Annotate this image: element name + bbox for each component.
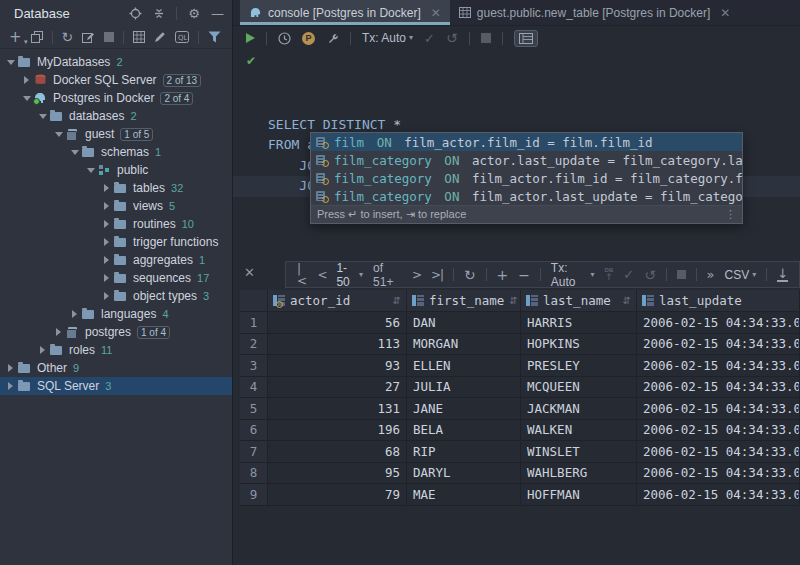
tab-close-icon[interactable]: ✕: [431, 7, 441, 19]
row-number-cell[interactable]: 3: [240, 355, 268, 377]
cell-actor-id[interactable]: 56: [268, 312, 407, 334]
tree-item-sql-server[interactable]: SQL Server3: [0, 377, 232, 395]
settings-gear-icon[interactable]: ⚙: [188, 7, 200, 20]
cell-last-update[interactable]: 2006-02-15 04:34:33.00: [637, 377, 800, 399]
rollback-icon[interactable]: ↺: [644, 268, 656, 282]
tree-expand-arrow[interactable]: [101, 202, 112, 210]
commit-icon[interactable]: ✓: [623, 268, 634, 281]
tree-item-docker-sql-server[interactable]: Docker SQL Server2 of 13: [0, 71, 232, 89]
tree-collapse-arrow[interactable]: [21, 96, 32, 101]
results-tx-dropdown[interactable]: Tx: Auto ▾: [551, 261, 595, 289]
row-number-cell[interactable]: 2: [240, 334, 268, 356]
reload-data-icon[interactable]: ↻: [464, 268, 476, 282]
duplicate-button[interactable]: [31, 31, 43, 43]
commit-icon[interactable]: ✓: [424, 32, 435, 45]
cell-first-name[interactable]: BELA: [407, 420, 521, 442]
tree-item-other[interactable]: Other9: [0, 359, 232, 377]
cell-last-name[interactable]: WALKEN: [521, 420, 637, 442]
tx-mode-dropdown[interactable]: Tx: Auto ▾: [362, 31, 413, 45]
tree-expand-arrow[interactable]: [53, 328, 64, 336]
tree-item-aggregates[interactable]: aggregates1: [0, 251, 232, 269]
cell-last-update[interactable]: 2006-02-15 04:34:33.00: [637, 355, 800, 377]
cell-actor-id[interactable]: 131: [268, 398, 407, 420]
tree-expand-arrow[interactable]: [37, 346, 48, 354]
grid-corner-cell[interactable]: [240, 290, 268, 312]
cell-first-name[interactable]: DARYL: [407, 463, 521, 485]
cell-actor-id[interactable]: 68: [268, 441, 407, 463]
row-number-cell[interactable]: 5: [240, 398, 268, 420]
services-toggle-button[interactable]: [514, 30, 538, 47]
cell-last-name[interactable]: MCQUEEN: [521, 377, 637, 399]
stop-query-icon[interactable]: [481, 33, 491, 43]
filter-button[interactable]: [208, 31, 221, 43]
cell-last-update[interactable]: 2006-02-15 04:34:33.00: [637, 420, 800, 442]
stop-button[interactable]: [104, 32, 114, 42]
tree-collapse-arrow[interactable]: [85, 168, 96, 173]
tree-item-object-types[interactable]: object types3: [0, 287, 232, 305]
tree-collapse-arrow[interactable]: [69, 150, 80, 155]
column-header-last_name[interactable]: last_name⇵: [521, 290, 637, 312]
tree-item-tables[interactable]: tables32: [0, 179, 232, 197]
sort-icon[interactable]: ⇵: [623, 295, 631, 306]
session-badge-icon[interactable]: P: [302, 32, 315, 45]
previous-page-icon[interactable]: <: [317, 269, 326, 281]
tree-item-guest[interactable]: guest1 of 5: [0, 125, 232, 143]
completion-item-4[interactable]: film_category ON film_actor.last_update …: [311, 187, 742, 205]
first-page-icon[interactable]: |<: [297, 263, 307, 287]
cell-actor-id[interactable]: 196: [268, 420, 407, 442]
table-view-button[interactable]: [133, 31, 145, 43]
tree-collapse-arrow[interactable]: [37, 114, 48, 119]
cell-actor-id[interactable]: 27: [268, 377, 407, 399]
cell-last-name[interactable]: WAHLBERG: [521, 463, 637, 485]
locate-icon[interactable]: [129, 7, 142, 20]
cell-actor-id[interactable]: 113: [268, 334, 407, 356]
cell-first-name[interactable]: MORGAN: [407, 334, 521, 356]
cell-first-name[interactable]: ELLEN: [407, 355, 521, 377]
cell-last-update[interactable]: 2006-02-15 04:34:33.00: [637, 398, 800, 420]
cell-last-name[interactable]: PRESLEY: [521, 355, 637, 377]
cell-last-update[interactable]: 2006-02-15 04:34:33.00: [637, 463, 800, 485]
cell-last-name[interactable]: HOFFMAN: [521, 484, 637, 506]
cell-first-name[interactable]: DAN: [407, 312, 521, 334]
column-header-actor_id[interactable]: actor_id⇵: [268, 290, 407, 312]
editor-tab-new-table[interactable]: guest.public.new_table [Postgres in Dock…: [450, 0, 740, 25]
add-data-source-button[interactable]: +▾: [9, 30, 22, 45]
completion-item-3[interactable]: film_category ON film_actor.film_id = fi…: [311, 169, 742, 187]
tree-expand-arrow[interactable]: [101, 184, 112, 192]
cell-last-name[interactable]: HARRIS: [521, 312, 637, 334]
delete-row-icon[interactable]: −: [518, 268, 530, 282]
tree-item-postgres[interactable]: postgres1 of 4: [0, 323, 232, 341]
tree-item-trigger-functions[interactable]: trigger functions: [0, 233, 232, 251]
page-range-dropdown[interactable]: 1-50 ▾: [336, 261, 363, 289]
tree-item-roles[interactable]: roles11: [0, 341, 232, 359]
data-source-properties-button[interactable]: [82, 31, 95, 43]
last-page-icon[interactable]: >|: [431, 269, 443, 281]
tree-item-mydatabases[interactable]: MyDatabases2: [0, 53, 232, 71]
row-number-cell[interactable]: 8: [240, 463, 268, 485]
add-row-icon[interactable]: +: [497, 268, 509, 282]
next-page-icon[interactable]: >: [412, 269, 421, 281]
hide-panel-icon[interactable]: —: [211, 7, 224, 20]
tree-item-databases[interactable]: databases2: [0, 107, 232, 125]
row-number-cell[interactable]: 9: [240, 484, 268, 506]
tree-expand-arrow[interactable]: [101, 220, 112, 228]
tree-item-sequences[interactable]: sequences17: [0, 269, 232, 287]
completion-item-2[interactable]: film_category ON actor.last_update = fil…: [311, 151, 742, 169]
tree-item-languages[interactable]: languages4: [0, 305, 232, 323]
cell-last-update[interactable]: 2006-02-15 04:34:33.00: [637, 484, 800, 506]
tab-close-icon[interactable]: ✕: [720, 7, 730, 19]
tree-expand-arrow[interactable]: [101, 256, 112, 264]
sort-icon[interactable]: ⇵: [509, 295, 517, 306]
column-header-last_update[interactable]: last_update: [637, 290, 800, 312]
console-button[interactable]: QL: [175, 31, 189, 43]
run-button[interactable]: [246, 33, 255, 43]
more-actions-icon[interactable]: »: [707, 268, 715, 281]
cell-actor-id[interactable]: 93: [268, 355, 407, 377]
tree-collapse-arrow[interactable]: [53, 132, 64, 137]
cell-last-update[interactable]: 2006-02-15 04:34:33.00: [637, 334, 800, 356]
completion-item-1[interactable]: film ON film_actor.film_id = film.film_i…: [311, 133, 742, 151]
rollback-icon[interactable]: ↺: [446, 31, 458, 45]
refresh-button[interactable]: ↻: [62, 30, 74, 44]
editor-tab-console[interactable]: console [Postgres in Docker]✕: [240, 0, 450, 25]
cell-first-name[interactable]: RIP: [407, 441, 521, 463]
